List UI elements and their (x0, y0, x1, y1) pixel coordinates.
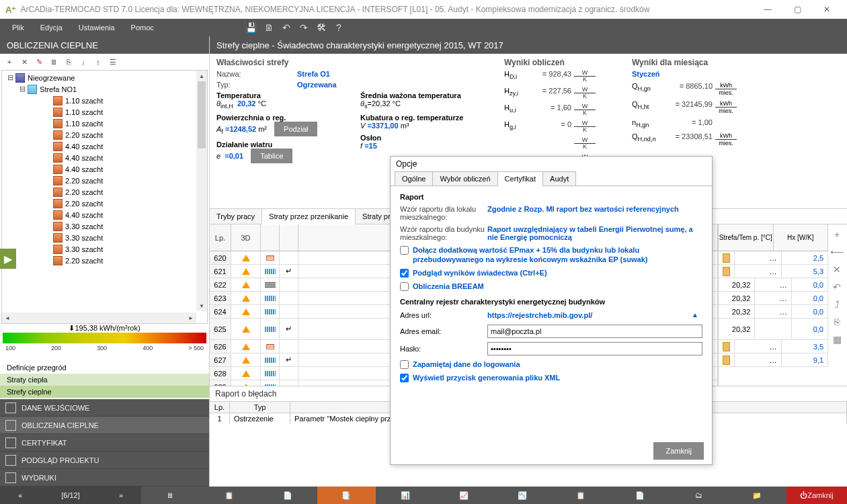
tab-straty-przenikanie[interactable]: Straty przez przenikanie (262, 209, 356, 224)
tree-leaf[interactable]: 3.30 szacht (5, 220, 204, 232)
stack-podglad[interactable]: PODGLĄD PROJEKTU (0, 452, 209, 469)
zone-type[interactable]: Ogrzewana (297, 81, 337, 89)
dtab-wybor[interactable]: Wybór obliczeń (432, 171, 497, 185)
calc-icon[interactable]: ▦ (830, 332, 844, 347)
menu-plik[interactable]: Plik (4, 24, 32, 32)
chk-xml[interactable] (400, 374, 409, 382)
dtab-certyfikat[interactable]: Certyfikat (497, 171, 543, 185)
tools-icon[interactable]: 🛠 (313, 19, 330, 36)
chk-epmax[interactable] (400, 246, 409, 255)
bb-icon-1[interactable]: 🗎 (141, 487, 200, 504)
tree-leaf[interactable]: 4.40 szacht (5, 163, 204, 175)
down-icon[interactable]: ↓ (77, 55, 90, 69)
tree-node-zone[interactable]: ⊟ Strefa NO1 (5, 83, 204, 95)
delete-icon[interactable]: ✕ (17, 55, 31, 69)
tree-leaf[interactable]: 2.20 szacht (5, 129, 204, 140)
tree-scroll-v[interactable]: ▲▼ (196, 71, 207, 311)
nav-strefy[interactable]: Strefy cieplne (0, 386, 209, 398)
expand-icon[interactable]: ▲ (688, 311, 702, 319)
copy-icon[interactable]: ⎘ (62, 55, 75, 69)
chk-preview[interactable] (400, 269, 409, 278)
next-page-button[interactable]: » (101, 487, 141, 504)
dtab-ogolne[interactable]: Ogólne (395, 171, 433, 185)
save-icon[interactable]: 💾 (243, 19, 260, 36)
month-select[interactable]: Styczeń (632, 70, 840, 78)
bb-icon-2[interactable]: 📋 (200, 487, 258, 504)
bb-icon-4[interactable]: 📑 (317, 487, 376, 504)
left-panel-title: OBLICZENIA CIEPLNE (0, 36, 209, 54)
tree-leaf[interactable]: 2.20 szacht (5, 255, 204, 266)
undo-icon[interactable]: ↶ (830, 280, 844, 294)
collapse-left-button[interactable]: ▶ (0, 249, 16, 269)
nav-definicje[interactable]: Definicje przegród (0, 362, 209, 374)
saveall-icon[interactable]: 🗎 (260, 19, 278, 36)
nav-straty[interactable]: Straty ciepła (0, 374, 209, 386)
bb-icon-5[interactable]: 📊 (376, 487, 434, 504)
dtab-audyt[interactable]: Audyt (542, 171, 576, 185)
stack-obliczenia[interactable]: OBLICZENIA CIEPLNE (0, 417, 209, 434)
undo-icon[interactable]: ↶ (278, 19, 295, 36)
zone-name[interactable]: Strefa O1 (297, 70, 330, 78)
prev-page-button[interactable]: « (0, 487, 40, 504)
email-field[interactable] (487, 325, 702, 338)
dialog-close-button[interactable]: Zamknij (653, 442, 704, 460)
redo-icon[interactable]: ↷ (295, 19, 313, 36)
podzial-button[interactable]: Podział (274, 122, 317, 136)
bb-icon-11[interactable]: 📁 (728, 487, 787, 504)
remove-arrow-icon[interactable]: ⟵ (830, 245, 844, 259)
bb-icon-6[interactable]: 📈 (434, 487, 493, 504)
menu-pomoc[interactable]: Pomoc (123, 24, 162, 32)
floor-icon (265, 284, 276, 286)
tree-node-root[interactable]: ⊟ Nieogrzewane (5, 72, 204, 83)
report-template-2[interactable]: Raport uwzględniający w tabeli Energii P… (487, 225, 702, 241)
add-row-icon[interactable]: + (830, 227, 844, 242)
delete-row-icon[interactable]: ✕ (830, 262, 844, 277)
tree-leaf[interactable]: 4.40 szacht (5, 152, 204, 163)
close-button[interactable]: ✕ (812, 1, 842, 18)
tree-leaf[interactable]: 2.20 szacht (5, 186, 204, 198)
zone-tree[interactable]: ⊟ Nieogrzewane ⊟ Strefa NO1 1.10 szacht … (1, 70, 208, 324)
export-icon[interactable]: ⤴ (830, 297, 844, 312)
sort-icon[interactable]: ↕ (91, 55, 105, 69)
dialog-title: Opcje (391, 157, 712, 171)
maximize-button[interactable]: ▢ (782, 1, 812, 18)
copy-icon[interactable]: ⎘ (830, 314, 844, 329)
doc-icon[interactable]: 🗎 (47, 55, 61, 69)
stack-dane[interactable]: DANE WEJŚCIOWE (0, 399, 209, 417)
tree-scroll-h[interactable]: ◄► (2, 312, 196, 323)
stack-wydruki[interactable]: WYDRUKI (0, 469, 209, 487)
tree-leaf[interactable]: 4.40 szacht (5, 209, 204, 220)
bb-icon-3[interactable]: 📄 (259, 487, 317, 504)
help-icon[interactable]: ? (330, 19, 348, 36)
menu-ustawienia[interactable]: Ustawienia (71, 24, 123, 32)
chk-breeam[interactable] (400, 282, 409, 291)
tree-leaf[interactable]: 1.10 szacht (5, 106, 204, 118)
minimize-button[interactable]: — (753, 1, 782, 18)
tree-leaf[interactable]: 2.20 szacht (5, 175, 204, 186)
tab-tryby[interactable]: Tryby pracy (210, 209, 262, 224)
tree-leaf[interactable]: 1.10 szacht (5, 95, 204, 106)
tree-leaf[interactable]: 1.10 szacht (5, 118, 204, 129)
stack-certyfikat[interactable]: CERTYFIKAT (0, 434, 209, 452)
tablice-button[interactable]: Tablice (251, 149, 292, 163)
menu-edycja[interactable]: Edycja (32, 24, 71, 32)
chk-remember[interactable] (400, 360, 409, 369)
password-field[interactable] (487, 342, 702, 355)
close-app-button[interactable]: ⏻ Zamknij (787, 487, 847, 504)
bb-icon-8[interactable]: 📋 (552, 487, 610, 504)
report-template-1[interactable]: Zgodnie z Rozp. MI raport bez wartości r… (487, 205, 702, 221)
tree-leaf[interactable]: 3.30 szacht (5, 243, 204, 255)
bb-icon-10[interactable]: 🗂 (669, 487, 727, 504)
tree-leaf[interactable]: 2.20 szacht (5, 198, 204, 209)
filter-icon[interactable]: ☰ (106, 55, 120, 69)
registry-url[interactable]: https://rejestrcheb.mib.gov.pl/ (487, 311, 688, 319)
edit-icon[interactable]: ✎ (32, 55, 46, 69)
bb-icon-9[interactable]: 📄 (610, 487, 669, 504)
add-icon[interactable]: + (3, 55, 16, 69)
bb-icon-7[interactable]: 📉 (493, 487, 552, 504)
temp-value[interactable]: 20,32 (237, 99, 256, 108)
tree-leaf[interactable]: 3.30 szacht (5, 232, 204, 243)
section-stack: DANE WEJŚCIOWE OBLICZENIA CIEPLNE CERTYF… (0, 399, 209, 487)
tree-leaf[interactable]: 4.40 szacht (5, 140, 204, 152)
wind-value[interactable]: =0,01 (225, 152, 243, 160)
